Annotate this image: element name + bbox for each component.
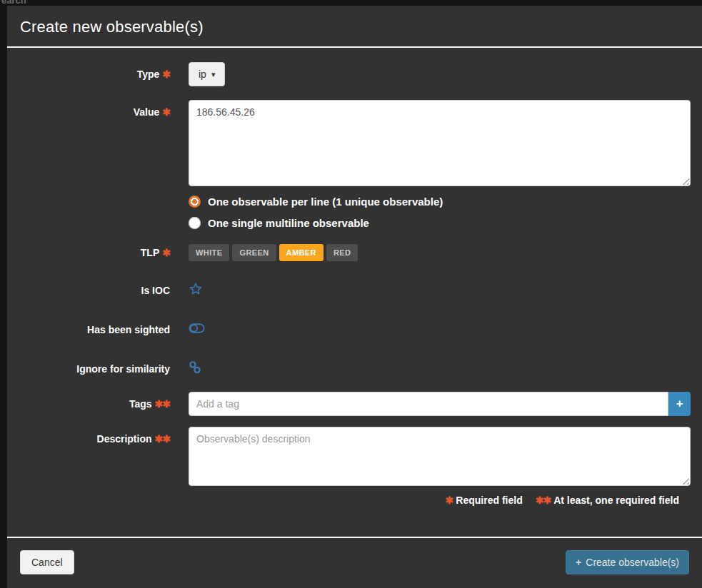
add-tag-button[interactable]: + xyxy=(668,392,691,416)
tags-label: Tags✱✱ xyxy=(7,398,170,410)
create-observables-button[interactable]: + Create observable(s) xyxy=(566,550,689,574)
tlp-button-group: WHITE GREEN AMBER RED xyxy=(189,244,691,261)
modal-body: Type✱ ip ▾ Value✱ 186.56.45.26 xyxy=(7,48,702,537)
tlp-white-button[interactable]: WHITE xyxy=(189,244,229,261)
sighted-label: Has been sighted xyxy=(7,324,170,335)
value-textarea[interactable]: 186.56.45.26 xyxy=(189,100,691,186)
chevron-down-icon: ▾ xyxy=(211,71,216,78)
description-textarea[interactable] xyxy=(189,427,691,486)
required-asterisk: ✱ xyxy=(162,106,170,118)
star-outline-icon[interactable] xyxy=(189,282,203,299)
is-ioc-label: Is IOC xyxy=(7,285,170,296)
at-least-one-asterisks: ✱✱ xyxy=(536,495,551,506)
tlp-label: TLP✱ xyxy=(7,247,170,258)
plus-icon: + xyxy=(676,397,683,411)
at-least-one-asterisks: ✱✱ xyxy=(155,398,170,410)
required-fields-legend: ✱Required field✱✱At least, one required … xyxy=(7,495,691,506)
tlp-green-button[interactable]: GREEN xyxy=(232,244,276,261)
chain-link-icon[interactable] xyxy=(189,360,201,377)
create-observables-label: Create observable(s) xyxy=(586,557,679,568)
modal-title: Create new observable(s) xyxy=(20,18,689,36)
at-least-one-asterisks: ✱✱ xyxy=(155,433,170,445)
type-label: Type✱ xyxy=(7,69,170,80)
radio-selected-icon[interactable] xyxy=(189,196,201,208)
required-asterisk: ✱ xyxy=(162,69,170,80)
background-search-text: earch xyxy=(1,0,26,6)
tlp-amber-button[interactable]: AMBER xyxy=(279,244,324,261)
required-asterisk: ✱ xyxy=(446,495,453,506)
radio-single-multiline-label: One single multiline observable xyxy=(208,217,369,229)
modal-header: Create new observable(s) xyxy=(7,6,702,48)
description-label: Description✱✱ xyxy=(7,427,170,486)
type-dropdown-value: ip xyxy=(199,69,206,80)
toggle-off-icon[interactable] xyxy=(189,323,205,337)
radio-single-multiline[interactable]: One single multiline observable xyxy=(189,217,691,229)
similarity-label: Ignore for similarity xyxy=(7,363,170,375)
modal-footer: Cancel + Create observable(s) xyxy=(7,537,702,588)
create-observable-modal: Create new observable(s) Type✱ ip ▾ Valu… xyxy=(7,6,702,588)
tags-input[interactable] xyxy=(189,392,668,416)
type-dropdown[interactable]: ip ▾ xyxy=(189,62,225,86)
plus-icon: + xyxy=(576,557,581,568)
cancel-button[interactable]: Cancel xyxy=(20,550,74,574)
radio-one-per-line[interactable]: One observable per line (1 unique observ… xyxy=(189,196,691,208)
radio-one-per-line-label: One observable per line (1 unique observ… xyxy=(208,196,443,208)
radio-unselected-icon[interactable] xyxy=(189,217,201,229)
value-label: Value✱ xyxy=(7,100,170,229)
required-asterisk: ✱ xyxy=(162,247,170,258)
page-background: earch Create new observable(s) Type✱ ip … xyxy=(0,0,702,588)
tlp-red-button[interactable]: RED xyxy=(326,244,358,261)
